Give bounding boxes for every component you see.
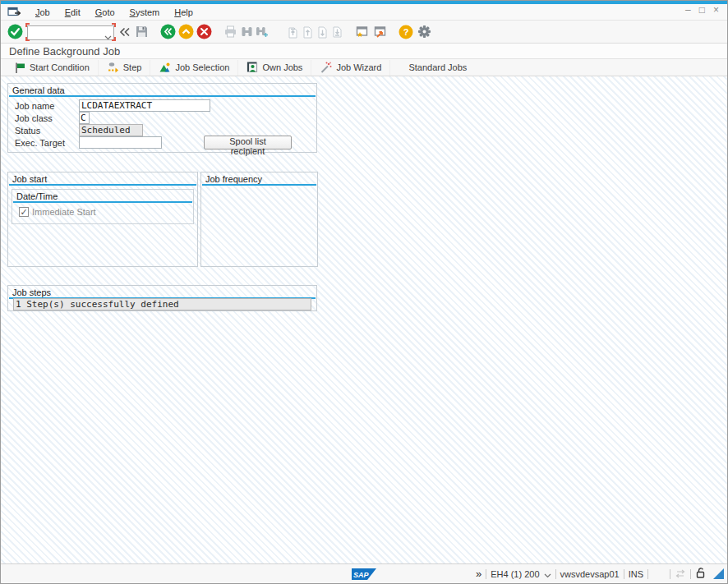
system-dropdown-icon[interactable] (544, 567, 551, 582)
new-session-icon[interactable] (352, 23, 371, 41)
cancel-icon[interactable] (195, 23, 213, 41)
create-shortcut-icon[interactable] (371, 23, 389, 41)
find-next-icon[interactable] (254, 23, 269, 41)
system-session-info: EH4 (1) 200 (491, 569, 539, 579)
date-time-group: Date/Time ✓ Immediate Start (12, 189, 194, 224)
job-start-group: Job start Date/Time ✓ Immediate Start (7, 172, 198, 267)
job-selection-label: Job Selection (175, 62, 229, 72)
customize-layout-icon[interactable] (415, 23, 433, 41)
status-separator (486, 569, 486, 579)
immediate-start-checkbox[interactable]: ✓ (19, 207, 29, 217)
data-transfer-icon (675, 567, 686, 582)
last-page-icon[interactable] (329, 23, 344, 41)
job-wizard-icon (320, 62, 332, 73)
start-condition-label: Start Condition (30, 62, 90, 72)
maximize-button[interactable]: □ (699, 6, 705, 14)
page-title: Define Background Job (9, 45, 120, 57)
screen-title-bar: Define Background Job (1, 44, 727, 59)
menu-item-help[interactable]: Help (168, 6, 200, 19)
unlock-icon[interactable] (695, 567, 706, 582)
application-toolbar: Start Condition Step Job Selection (1, 59, 727, 76)
general-data-group: General data Job name Job class Status E… (7, 83, 317, 153)
standard-toolbar: ? (1, 21, 727, 44)
own-jobs-icon (247, 62, 258, 73)
job-steps-group: Job steps (7, 285, 317, 311)
menu-bar: Job Edit Goto System Help (1, 4, 727, 21)
exec-target-label: Exec. Target (15, 138, 65, 148)
next-page-icon[interactable] (315, 23, 329, 41)
immediate-start-label: Immediate Start (32, 207, 96, 217)
job-frequency-title: Job frequency (202, 173, 316, 186)
sap-gui-window: Job Edit Goto System Help – □ × (0, 0, 728, 584)
status-field (79, 124, 143, 136)
minimize-button[interactable]: – (685, 6, 691, 14)
job-steps-title: Job steps (9, 287, 316, 299)
status-expand-icon[interactable]: » (476, 569, 481, 579)
find-icon[interactable] (239, 23, 254, 41)
collapse-command-icon[interactable] (117, 23, 132, 41)
step-label: Step (123, 62, 142, 72)
save-icon[interactable] (132, 23, 150, 41)
focus-corner (25, 23, 30, 27)
standard-jobs-button[interactable]: Standard Jobs (390, 60, 475, 76)
job-steps-status-field (13, 298, 311, 310)
window-controls: – □ × (685, 6, 719, 14)
exit-icon[interactable] (177, 23, 195, 41)
start-condition-button[interactable]: Start Condition (6, 60, 99, 76)
exec-target-input[interactable] (79, 136, 162, 149)
close-button[interactable]: × (713, 6, 719, 14)
status-separator (624, 569, 624, 579)
menu-item-goto[interactable]: Goto (89, 6, 122, 19)
command-input[interactable] (27, 25, 114, 40)
job-wizard-button[interactable]: Job Wizard (311, 60, 390, 76)
job-start-title: Job start (9, 173, 196, 186)
system-menu-icon[interactable] (6, 7, 22, 18)
host-name: vwsvdevsap01 (560, 569, 620, 579)
job-frequency-group: Job frequency (200, 172, 318, 267)
own-jobs-button[interactable]: Own Jobs (238, 60, 311, 76)
status-separator (555, 569, 556, 579)
status-separator (670, 569, 670, 579)
menu-item-job[interactable]: Job (29, 6, 57, 19)
own-jobs-label: Own Jobs (262, 62, 302, 72)
svg-text:?: ? (403, 27, 409, 37)
print-icon[interactable] (221, 23, 239, 41)
help-icon[interactable]: ? (397, 23, 415, 41)
general-data-title: General data (9, 85, 316, 97)
checkmark-icon: ✓ (20, 208, 27, 216)
step-icon (107, 62, 119, 73)
status-bar: SAP » EH4 (1) 200 vwsvdevsap01 INS (1, 563, 727, 583)
back-icon[interactable] (159, 23, 177, 41)
screen-content: General data Job name Job class Status E… (1, 76, 727, 565)
previous-page-icon[interactable] (300, 23, 315, 41)
focus-corner (112, 23, 116, 27)
job-selection-icon (159, 62, 171, 73)
job-selection-button[interactable]: Job Selection (150, 60, 238, 76)
spool-list-recipient-button[interactable]: Spool list recipient (204, 136, 292, 149)
step-button[interactable]: Step (99, 60, 151, 76)
command-field (27, 25, 114, 39)
standard-jobs-label: Standard Jobs (408, 62, 467, 72)
job-class-input[interactable] (79, 112, 90, 124)
job-name-label: Job name (15, 101, 54, 111)
job-wizard-label: Job Wizard (336, 62, 381, 72)
svg-text:SAP: SAP (353, 571, 370, 579)
job-class-label: Job class (15, 113, 53, 123)
insert-mode-indicator[interactable]: INS (629, 569, 643, 579)
sap-logo: SAP (352, 568, 376, 583)
first-page-icon[interactable] (285, 23, 300, 41)
date-time-title: Date/Time (13, 191, 192, 203)
job-name-input[interactable] (79, 99, 210, 112)
enter-icon[interactable] (6, 23, 24, 41)
status-separator (690, 569, 691, 579)
menu-item-system[interactable]: System (123, 6, 167, 19)
menu-item-edit[interactable]: Edit (58, 6, 87, 19)
focus-corner (112, 37, 116, 41)
flag-icon (14, 62, 25, 74)
resize-grip[interactable] (713, 568, 724, 579)
focus-corner (25, 37, 30, 41)
status-separator (647, 569, 648, 579)
status-label: Status (15, 126, 40, 136)
